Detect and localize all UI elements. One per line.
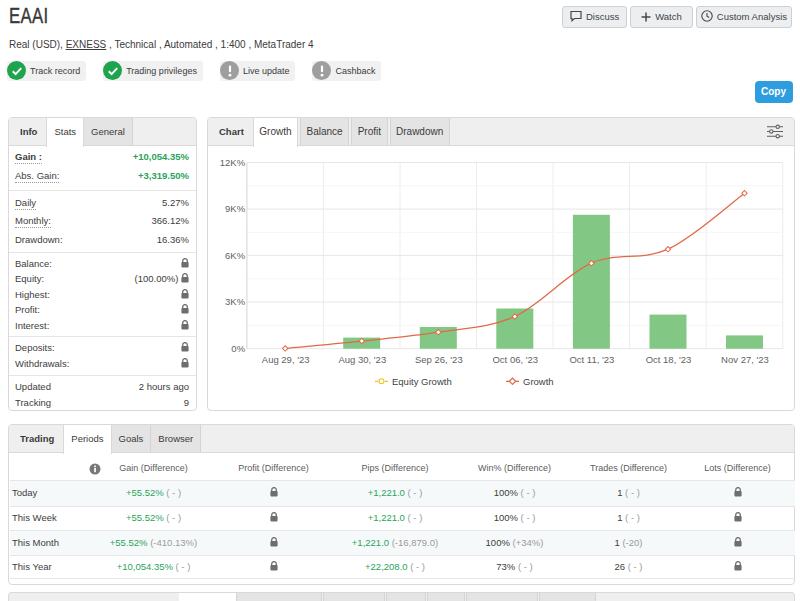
- svg-text:Aug 30, '23: Aug 30, '23: [338, 354, 386, 365]
- svg-text:3K%: 3K%: [225, 296, 246, 307]
- svg-text:Oct 11, '23: Oct 11, '23: [569, 354, 614, 365]
- svg-text:12K%: 12K%: [220, 157, 246, 168]
- svg-text:9K%: 9K%: [225, 203, 246, 214]
- svg-text:0%: 0%: [231, 343, 245, 354]
- svg-text:Nov 27, '23: Nov 27, '23: [721, 354, 769, 365]
- svg-text:Aug 29, '23: Aug 29, '23: [262, 354, 310, 365]
- svg-text:Oct 18, '23: Oct 18, '23: [646, 354, 692, 365]
- svg-text:Growth: Growth: [523, 376, 554, 387]
- svg-text:Equity Growth: Equity Growth: [392, 376, 452, 387]
- svg-text:6K%: 6K%: [225, 250, 246, 261]
- svg-text:Oct 06, '23: Oct 06, '23: [492, 354, 538, 365]
- svg-text:Sep 26, '23: Sep 26, '23: [415, 354, 463, 365]
